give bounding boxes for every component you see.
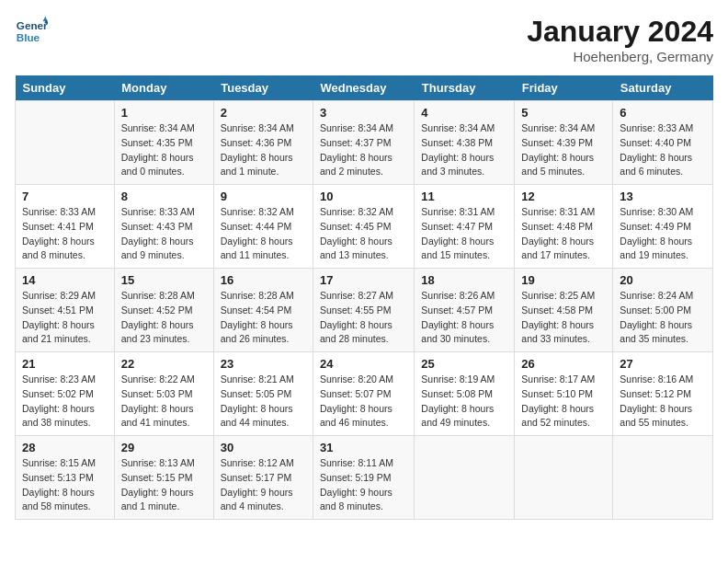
day-info: Sunrise: 8:34 AMSunset: 4:38 PMDaylight:… [421,121,507,179]
location-title: Hoehenberg, Germany [527,49,713,64]
title-block: January 2024 Hoehenberg, Germany [527,15,713,64]
page-header: General Blue January 2024 Hoehenberg, Ge… [15,15,713,64]
weekday-header-cell: Saturday [613,75,713,101]
day-info: Sunrise: 8:29 AMSunset: 4:51 PMDaylight:… [22,289,108,347]
calendar-day-cell [515,436,613,520]
day-number: 22 [121,357,207,371]
day-info: Sunrise: 8:28 AMSunset: 4:52 PMDaylight:… [121,289,207,347]
day-number: 21 [22,357,108,371]
calendar-day-cell: 15Sunrise: 8:28 AMSunset: 4:52 PMDayligh… [114,269,213,352]
calendar-day-cell: 4Sunrise: 8:34 AMSunset: 4:38 PMDaylight… [415,101,515,185]
calendar-day-cell: 12Sunrise: 8:31 AMSunset: 4:48 PMDayligh… [515,185,613,269]
calendar-week-row: 21Sunrise: 8:23 AMSunset: 5:02 PMDayligh… [16,352,713,436]
calendar-day-cell: 14Sunrise: 8:29 AMSunset: 4:51 PMDayligh… [16,269,115,352]
calendar-day-cell: 7Sunrise: 8:33 AMSunset: 4:41 PMDaylight… [16,185,115,269]
day-info: Sunrise: 8:19 AMSunset: 5:08 PMDaylight:… [421,373,507,431]
day-info: Sunrise: 8:34 AMSunset: 4:37 PMDaylight:… [320,121,407,179]
calendar-day-cell: 19Sunrise: 8:25 AMSunset: 4:58 PMDayligh… [515,269,613,352]
calendar-day-cell [16,101,115,185]
calendar-week-row: 1Sunrise: 8:34 AMSunset: 4:35 PMDaylight… [16,101,713,185]
calendar-day-cell: 26Sunrise: 8:17 AMSunset: 5:10 PMDayligh… [515,352,613,436]
day-number: 2 [221,106,306,120]
calendar-body: 1Sunrise: 8:34 AMSunset: 4:35 PMDaylight… [16,101,713,520]
calendar-day-cell: 25Sunrise: 8:19 AMSunset: 5:08 PMDayligh… [415,352,515,436]
day-info: Sunrise: 8:23 AMSunset: 5:02 PMDaylight:… [22,373,108,431]
calendar-day-cell: 31Sunrise: 8:11 AMSunset: 5:19 PMDayligh… [313,436,414,520]
day-info: Sunrise: 8:32 AMSunset: 4:44 PMDaylight:… [221,205,306,263]
day-number: 25 [421,357,507,371]
day-number: 6 [620,106,706,120]
day-info: Sunrise: 8:17 AMSunset: 5:10 PMDaylight:… [521,373,606,431]
weekday-header-cell: Monday [114,75,213,101]
weekday-header-cell: Wednesday [313,75,414,101]
calendar-day-cell: 3Sunrise: 8:34 AMSunset: 4:37 PMDaylight… [313,101,414,185]
logo-icon: General Blue [15,15,48,48]
calendar-day-cell: 1Sunrise: 8:34 AMSunset: 4:35 PMDaylight… [114,101,213,185]
calendar-week-row: 14Sunrise: 8:29 AMSunset: 4:51 PMDayligh… [16,269,713,352]
day-info: Sunrise: 8:33 AMSunset: 4:43 PMDaylight:… [121,205,207,263]
calendar-day-cell: 8Sunrise: 8:33 AMSunset: 4:43 PMDaylight… [114,185,213,269]
day-number: 12 [521,190,606,203]
day-info: Sunrise: 8:28 AMSunset: 4:54 PMDaylight:… [221,289,306,347]
calendar-day-cell: 21Sunrise: 8:23 AMSunset: 5:02 PMDayligh… [16,352,115,436]
day-number: 8 [121,190,207,203]
day-number: 14 [22,273,108,287]
calendar-day-cell: 24Sunrise: 8:20 AMSunset: 5:07 PMDayligh… [313,352,414,436]
day-number: 9 [221,190,306,203]
day-number: 18 [421,273,507,287]
day-info: Sunrise: 8:34 AMSunset: 4:35 PMDaylight:… [121,121,207,179]
calendar-day-cell: 30Sunrise: 8:12 AMSunset: 5:17 PMDayligh… [213,436,313,520]
day-info: Sunrise: 8:25 AMSunset: 4:58 PMDaylight:… [521,289,606,347]
calendar-week-row: 28Sunrise: 8:15 AMSunset: 5:13 PMDayligh… [16,436,713,520]
day-number: 5 [521,106,606,120]
calendar-day-cell: 9Sunrise: 8:32 AMSunset: 4:44 PMDaylight… [213,185,313,269]
calendar-day-cell: 2Sunrise: 8:34 AMSunset: 4:36 PMDaylight… [213,101,313,185]
weekday-header-cell: Friday [515,75,613,101]
calendar-day-cell: 22Sunrise: 8:22 AMSunset: 5:03 PMDayligh… [114,352,213,436]
calendar-day-cell [613,436,713,520]
day-number: 31 [320,441,407,454]
day-info: Sunrise: 8:11 AMSunset: 5:19 PMDaylight:… [320,456,407,514]
day-info: Sunrise: 8:22 AMSunset: 5:03 PMDaylight:… [121,373,207,431]
day-number: 26 [521,357,606,371]
day-number: 3 [320,106,407,120]
day-number: 7 [22,190,108,203]
day-info: Sunrise: 8:26 AMSunset: 4:57 PMDaylight:… [421,289,507,347]
day-info: Sunrise: 8:21 AMSunset: 5:05 PMDaylight:… [221,373,306,431]
day-info: Sunrise: 8:20 AMSunset: 5:07 PMDaylight:… [320,373,407,431]
day-info: Sunrise: 8:12 AMSunset: 5:17 PMDaylight:… [221,456,306,514]
weekday-header-row: SundayMondayTuesdayWednesdayThursdayFrid… [16,75,713,101]
weekday-header-cell: Sunday [16,75,115,101]
day-info: Sunrise: 8:33 AMSunset: 4:41 PMDaylight:… [22,205,108,263]
calendar-week-row: 7Sunrise: 8:33 AMSunset: 4:41 PMDaylight… [16,185,713,269]
day-number: 10 [320,190,407,203]
day-info: Sunrise: 8:31 AMSunset: 4:48 PMDaylight:… [521,205,606,263]
calendar-day-cell: 29Sunrise: 8:13 AMSunset: 5:15 PMDayligh… [114,436,213,520]
svg-text:Blue: Blue [17,31,40,43]
weekday-header-cell: Thursday [415,75,515,101]
day-number: 24 [320,357,407,371]
day-number: 23 [221,357,306,371]
calendar-day-cell [415,436,515,520]
calendar-day-cell: 16Sunrise: 8:28 AMSunset: 4:54 PMDayligh… [213,269,313,352]
day-number: 19 [521,273,606,287]
calendar-day-cell: 20Sunrise: 8:24 AMSunset: 5:00 PMDayligh… [613,269,713,352]
calendar-day-cell: 6Sunrise: 8:33 AMSunset: 4:40 PMDaylight… [613,101,713,185]
day-info: Sunrise: 8:33 AMSunset: 4:40 PMDaylight:… [620,121,706,179]
day-info: Sunrise: 8:30 AMSunset: 4:49 PMDaylight:… [620,205,706,263]
calendar-day-cell: 17Sunrise: 8:27 AMSunset: 4:55 PMDayligh… [313,269,414,352]
day-number: 11 [421,190,507,203]
calendar-day-cell: 23Sunrise: 8:21 AMSunset: 5:05 PMDayligh… [213,352,313,436]
calendar-day-cell: 18Sunrise: 8:26 AMSunset: 4:57 PMDayligh… [415,269,515,352]
logo: General Blue [15,15,48,48]
calendar-day-cell: 27Sunrise: 8:16 AMSunset: 5:12 PMDayligh… [613,352,713,436]
day-info: Sunrise: 8:34 AMSunset: 4:36 PMDaylight:… [221,121,306,179]
day-info: Sunrise: 8:34 AMSunset: 4:39 PMDaylight:… [521,121,606,179]
day-number: 28 [22,441,108,454]
day-number: 1 [121,106,207,120]
month-title: January 2024 [527,15,713,49]
day-number: 20 [620,273,706,287]
weekday-header-cell: Tuesday [213,75,313,101]
calendar-day-cell: 28Sunrise: 8:15 AMSunset: 5:13 PMDayligh… [16,436,115,520]
day-number: 27 [620,357,706,371]
